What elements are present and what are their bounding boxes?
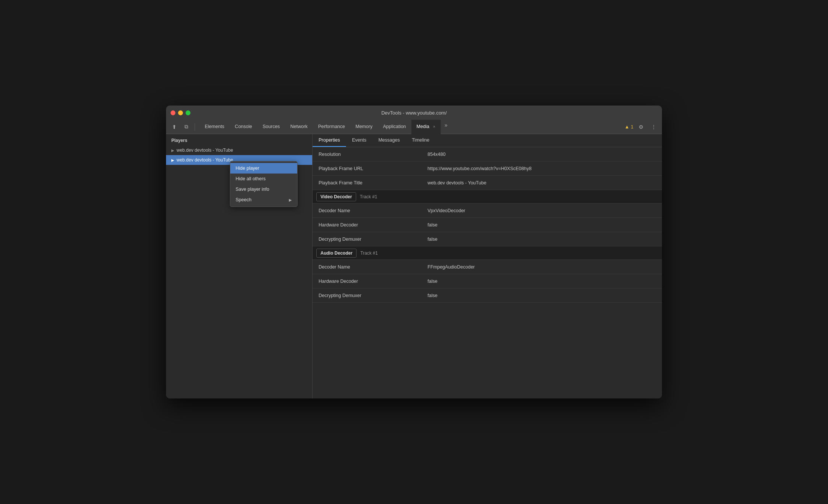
- prop-value-video-decoder-name: VpxVideoDecoder: [422, 205, 662, 216]
- prop-value-audio-decrypt-demux: false: [422, 290, 662, 301]
- prop-key-audio-decrypt-demux: Decrypting Demuxer: [313, 290, 422, 301]
- cursor-tool-button[interactable]: ⬆: [169, 122, 180, 132]
- tab-elements[interactable]: Elements: [199, 120, 230, 134]
- window-title: DevTools - www.youtube.com/: [381, 110, 447, 116]
- sub-tab-messages[interactable]: Messages: [372, 134, 406, 147]
- submenu-arrow-icon: ▶: [289, 198, 292, 202]
- prop-row-audio-decoder-name: Decoder Name FFmpegAudioDecoder: [313, 260, 662, 274]
- sub-tabs: Properties Events Messages Timeline: [313, 134, 662, 147]
- more-tabs-icon: »: [444, 122, 447, 128]
- properties-table: Resolution 854x480 Playback Frame URL ht…: [313, 147, 662, 398]
- context-menu: Hide player Hide all others Save player …: [230, 161, 298, 207]
- audio-decoder-badge: Audio Decoder: [316, 249, 357, 258]
- prop-key-video-decoder-name: Decoder Name: [313, 205, 422, 216]
- prop-row-audio-decrypt-demux: Decrypting Demuxer false: [313, 288, 662, 303]
- device-toggle-button[interactable]: ⧉: [181, 122, 192, 132]
- expand-arrow-icon-2: ▶: [171, 158, 174, 162]
- prop-row-playback-url: Playback Frame URL https://www.youtube.c…: [313, 161, 662, 176]
- close-media-tab-icon[interactable]: ×: [433, 124, 435, 129]
- player-label-1: web.dev devtools - YouTube: [177, 148, 233, 153]
- toolbar-right: ▲ 1 ⚙ ⋮: [624, 122, 659, 132]
- properties-panel: Properties Events Messages Timeline Reso…: [313, 134, 662, 398]
- tab-sources[interactable]: Sources: [257, 120, 285, 134]
- close-button[interactable]: [171, 110, 175, 115]
- context-menu-hide-player[interactable]: Hide player: [230, 163, 297, 174]
- prop-row-video-decoder-name: Decoder Name VpxVideoDecoder: [313, 204, 662, 218]
- tab-media[interactable]: Media ×: [411, 120, 441, 134]
- warning-icon: ▲: [624, 124, 629, 130]
- tab-console[interactable]: Console: [230, 120, 257, 134]
- prop-key-playback-title: Playback Frame Title: [313, 177, 422, 189]
- prop-row-video-decrypt-demux: Decrypting Demuxer false: [313, 232, 662, 246]
- prop-row-video-hw-decoder: Hardware Decoder false: [313, 218, 662, 232]
- sidebar: Players ▶ web.dev devtools - YouTube ▶ w…: [166, 134, 313, 398]
- context-menu-speech[interactable]: Speech ▶: [230, 195, 297, 205]
- tab-list: Elements Console Sources Network Perform…: [199, 120, 451, 134]
- main-content: Players ▶ web.dev devtools - YouTube ▶ w…: [166, 134, 662, 398]
- prop-value-video-decrypt-demux: false: [422, 234, 662, 245]
- sub-tab-events[interactable]: Events: [346, 134, 372, 147]
- audio-track-badge: Track #1: [360, 250, 378, 256]
- toolbar-divider: [195, 123, 195, 131]
- prop-key-video-hw-decoder: Hardware Decoder: [313, 219, 422, 231]
- context-menu-save-player-info[interactable]: Save player info: [230, 184, 297, 195]
- device-icon: ⧉: [184, 124, 188, 130]
- prop-row-playback-title: Playback Frame Title web.dev devtools - …: [313, 176, 662, 190]
- video-track-badge: Track #1: [360, 194, 377, 199]
- prop-key-audio-decoder-name: Decoder Name: [313, 261, 422, 273]
- tab-application[interactable]: Application: [378, 120, 411, 134]
- cursor-icon: ⬆: [172, 124, 177, 130]
- title-bar: DevTools - www.youtube.com/: [166, 106, 662, 120]
- video-decoder-header: Video Decoder Track #1: [313, 190, 662, 204]
- player-label-2: web.dev devtools - YouTube: [177, 157, 233, 163]
- prop-value-audio-hw-decoder: false: [422, 276, 662, 287]
- prop-key-playback-url: Playback Frame URL: [313, 163, 422, 174]
- warning-badge: ▲ 1: [624, 124, 633, 130]
- toolbar: ⬆ ⧉ Elements Console Sources Network Per…: [166, 120, 662, 134]
- more-options-button[interactable]: ⋮: [648, 122, 659, 132]
- tab-performance[interactable]: Performance: [313, 120, 351, 134]
- player-item-1[interactable]: ▶ web.dev devtools - YouTube: [166, 145, 312, 155]
- sub-tab-timeline[interactable]: Timeline: [406, 134, 435, 147]
- prop-row-audio-hw-decoder: Hardware Decoder false: [313, 274, 662, 288]
- prop-key-audio-hw-decoder: Hardware Decoder: [313, 276, 422, 287]
- prop-key-resolution: Resolution: [313, 149, 422, 160]
- settings-button[interactable]: ⚙: [636, 122, 646, 132]
- expand-arrow-icon-1: ▶: [171, 148, 174, 152]
- video-decoder-badge: Video Decoder: [316, 192, 356, 201]
- tab-memory[interactable]: Memory: [350, 120, 378, 134]
- more-tabs-button[interactable]: »: [441, 120, 451, 130]
- audio-decoder-header: Audio Decoder Track #1: [313, 246, 662, 260]
- prop-row-resolution: Resolution 854x480: [313, 147, 662, 161]
- prop-value-playback-url: https://www.youtube.com/watch?v=H0XScE08…: [422, 163, 662, 174]
- dots-icon: ⋮: [651, 124, 656, 130]
- context-menu-hide-all-others[interactable]: Hide all others: [230, 174, 297, 184]
- sub-tab-properties[interactable]: Properties: [313, 134, 346, 147]
- maximize-button[interactable]: [186, 110, 190, 115]
- sidebar-header: Players: [166, 134, 312, 145]
- prop-value-audio-decoder-name: FFmpegAudioDecoder: [422, 261, 662, 273]
- devtools-window: DevTools - www.youtube.com/ ⬆ ⧉ Elements…: [166, 106, 662, 398]
- prop-value-playback-title: web.dev devtools - YouTube: [422, 177, 662, 189]
- minimize-button[interactable]: [178, 110, 183, 115]
- gear-icon: ⚙: [639, 124, 644, 130]
- prop-key-video-decrypt-demux: Decrypting Demuxer: [313, 234, 422, 245]
- prop-value-video-hw-decoder: false: [422, 219, 662, 231]
- traffic-lights: [171, 110, 190, 115]
- prop-value-resolution: 854x480: [422, 149, 662, 160]
- tab-network[interactable]: Network: [285, 120, 313, 134]
